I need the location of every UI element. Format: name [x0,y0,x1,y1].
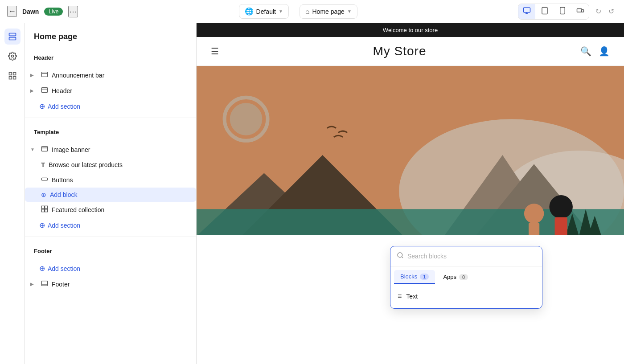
plus-circle-icon-3: ⊕ [39,264,45,273]
undo-redo-group: ↻ ↺ [593,5,617,17]
svg-rect-0 [524,8,530,12]
more-options-button[interactable]: ⋯ [68,6,78,17]
chevron-down-icon: ▼ [30,147,37,152]
buttons-label: Buttons [52,176,73,184]
hero-banner [197,66,624,235]
page-chevron-icon: ▼ [347,9,352,14]
svg-rect-3 [560,7,565,14]
footer-section-label: Footer [34,248,187,254]
view-responsive-button[interactable] [572,4,589,19]
menu-icon[interactable]: ☰ [211,46,219,57]
preview-area: Welcome to our store ☰ My Store 🔍 👤 [197,23,624,364]
page-selector[interactable]: ⌂ Home page ▼ [300,4,357,19]
undo-button[interactable]: ↻ [593,5,604,17]
popup-search-icon [397,252,404,261]
sidebar-item-announcement-bar[interactable]: ▶ Announcement bar [25,67,196,83]
footer-section: Footer [25,241,196,261]
popup-search-container [390,246,542,266]
chevron-right-icon: ▶ [30,73,37,78]
sidebar-item-featured-collection[interactable]: Featured collection [25,202,196,217]
store-nav-icons: 🔍 👤 [580,46,610,57]
popup-tab-blocks[interactable]: Blocks 1 [394,270,435,284]
search-blocks-input[interactable] [407,253,536,260]
svg-point-9 [11,55,13,57]
plus-circle-icon: ⊕ [39,102,45,110]
announcement-bar-icon [41,71,48,79]
preview-frame: Welcome to our store ☰ My Store 🔍 👤 [197,23,624,364]
text-block-label: Text [406,293,418,300]
svg-rect-20 [41,178,47,180]
svg-line-45 [402,257,403,258]
apps-tab-label: Apps [443,274,456,280]
popup-list: ≡ Text [390,284,542,308]
svg-rect-8 [9,37,16,40]
view-mobile-button[interactable] [554,4,571,19]
svg-point-40 [524,204,544,223]
template-add-section-label: Add section [48,222,80,229]
live-badge: Live [44,8,63,16]
header-label: Header [52,87,72,94]
add-block-label: Add block [50,191,77,198]
footer-label: Footer [52,281,70,288]
sidebar-item-buttons[interactable]: Buttons [25,172,196,188]
view-tablet-button[interactable] [536,4,553,19]
template-section: Template [25,122,196,142]
svg-rect-6 [582,9,584,12]
topbar-left: ← Dawn Live ⋯ [7,6,78,17]
store-logo: My Store [373,44,426,58]
view-desktop-button[interactable] [518,4,535,19]
image-banner-label: Image banner [52,146,90,153]
svg-rect-10 [9,73,12,75]
divider-2 [25,237,196,237]
text-icon: T [41,161,45,168]
svg-point-42 [549,195,572,218]
apps-icon-button[interactable] [4,68,21,84]
sidebar-item-browse-text[interactable]: T Browse our latest products [25,157,196,172]
template-add-section-button[interactable]: ⊕ Add section [34,217,196,233]
blocks-popup: Blocks 1 Apps 0 ≡ Text [390,246,542,309]
redo-button[interactable]: ↺ [606,5,617,17]
store-announcement-bar: Welcome to our store [197,23,624,37]
header-section-label: Header [34,54,187,61]
back-button[interactable]: ← [7,6,17,17]
footer-add-section-button[interactable]: ⊕ Add section [34,261,196,276]
sidebar-item-footer[interactable]: ▶ Footer [25,276,196,292]
sidebar-item-add-block[interactable]: ⊕ Add block [25,188,196,202]
svg-rect-5 [577,8,582,12]
chevron-right-icon: ▶ [30,88,37,93]
svg-rect-12 [9,77,12,79]
icon-bar [0,23,25,364]
sidebar-item-image-banner[interactable]: ▼ Image banner [25,142,196,157]
footer-icon [41,280,48,288]
blocks-tab-count: 1 [420,274,429,280]
svg-rect-41 [529,223,539,235]
search-nav-icon[interactable]: 🔍 [580,46,591,57]
topbar-right: ↻ ↺ [518,4,617,20]
header-icon [41,86,48,95]
svg-rect-16 [41,88,47,93]
buttons-icon [41,176,48,184]
browse-text-label: Browse our latest products [49,161,123,168]
theme-name: Dawn [22,8,39,15]
popup-tab-apps[interactable]: Apps 0 [437,270,474,284]
svg-rect-7 [9,33,16,36]
settings-icon-button[interactable] [4,48,21,64]
account-nav-icon[interactable]: 👤 [599,46,610,57]
sidebar-panel: Home page Header ▶ Announcement bar ▶ He… [25,23,197,364]
svg-rect-1 [542,7,547,14]
svg-rect-25 [41,281,47,286]
page-selector-label: Home page [312,8,345,15]
svg-rect-11 [13,73,16,75]
sections-icon-button[interactable] [4,29,21,45]
svg-rect-43 [555,217,567,235]
svg-rect-24 [45,209,48,212]
svg-rect-22 [45,206,48,209]
sidebar-item-header[interactable]: ▶ Header [25,83,196,98]
svg-rect-18 [41,147,47,151]
blocks-tab-label: Blocks [400,273,417,280]
text-block-icon: ≡ [398,292,402,300]
list-item-text[interactable]: ≡ Text [390,288,542,305]
header-section: Header [25,47,196,67]
header-add-section-button[interactable]: ⊕ Add section [34,98,196,114]
theme-selector[interactable]: 🌐 Default ▼ [239,4,289,19]
